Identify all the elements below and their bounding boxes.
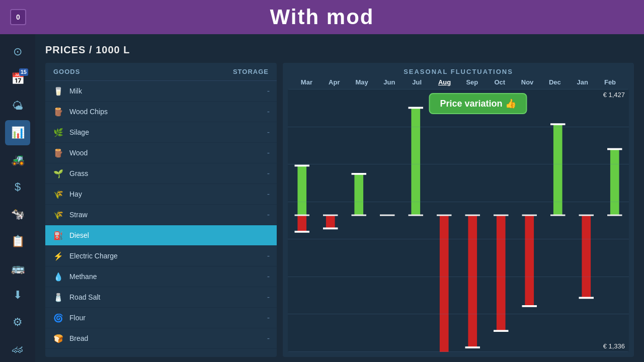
goods-name: Straw bbox=[69, 211, 267, 219]
goods-name: Wood Chips bbox=[69, 108, 267, 116]
goods-icon: 🌾 bbox=[52, 188, 64, 200]
chart-month-label: Jul bbox=[403, 78, 431, 86]
goods-icon: ⛽ bbox=[52, 229, 64, 241]
vehicle2-icon[interactable]: 🏎 bbox=[5, 337, 30, 362]
bar-red bbox=[326, 215, 335, 228]
tractor-icon[interactable]: 🚜 bbox=[5, 147, 30, 172]
main-area: ⊙📅15🌤📊🚜$🐄📋🚌⬇⚙🏎 PRICES / 1000 L GOODS STO… bbox=[0, 34, 644, 362]
goods-storage: - bbox=[267, 107, 270, 116]
chart-month-label: Oct bbox=[486, 78, 514, 86]
goods-item[interactable]: 💧 Methane - bbox=[45, 266, 277, 287]
goods-name: Electric Charge bbox=[69, 252, 267, 260]
goods-storage: - bbox=[267, 272, 270, 281]
header: 0 With mod bbox=[0, 0, 644, 34]
goods-item[interactable]: 🌿 Silage - bbox=[45, 122, 277, 143]
goods-item[interactable]: 🍞 Bread - bbox=[45, 328, 277, 349]
chart-month-label: May bbox=[348, 78, 376, 86]
key-badge-0: 0 bbox=[10, 9, 26, 25]
goods-storage: - bbox=[267, 148, 270, 157]
goods-item[interactable]: 🧂 Road Salt - bbox=[45, 287, 277, 308]
goods-icon: 🌱 bbox=[52, 167, 64, 179]
goods-icon: 🌀 bbox=[52, 312, 64, 324]
chart-month-label: Aug bbox=[431, 78, 458, 86]
goods-name: Bread bbox=[69, 334, 267, 342]
bar-red bbox=[440, 215, 449, 352]
col-storage-header: STORAGE bbox=[228, 68, 269, 75]
goods-storage: - bbox=[267, 293, 270, 302]
chart-area: Price variation 👍 € 1,427 € 1,336 bbox=[288, 89, 629, 352]
goods-item[interactable]: 🪵 Wood - bbox=[45, 143, 277, 163]
download-icon[interactable]: ⬇ bbox=[5, 283, 30, 308]
goods-header: GOODS STORAGE bbox=[45, 63, 277, 81]
bar-red bbox=[497, 215, 506, 331]
content-area: PRICES / 1000 L GOODS STORAGE 🥛 Milk - 🪵… bbox=[35, 34, 644, 362]
header-title: With mod bbox=[270, 5, 374, 29]
bar-green bbox=[610, 149, 619, 215]
goods-item[interactable]: 🥛 Milk - bbox=[45, 81, 277, 102]
goods-name: Road Salt bbox=[69, 293, 267, 301]
goods-name: Methane bbox=[69, 273, 267, 281]
goods-icon: 🌿 bbox=[52, 126, 64, 138]
goods-item[interactable]: ⛽ Diesel bbox=[45, 225, 277, 246]
goods-panel: GOODS STORAGE 🥛 Milk - 🪵 Wood Chips - 🌿 … bbox=[45, 63, 277, 357]
goods-item[interactable]: 🌾 Hay - bbox=[45, 184, 277, 205]
goods-item[interactable]: 🌀 Flour - bbox=[45, 308, 277, 328]
goods-name: Diesel bbox=[69, 231, 270, 239]
goods-icon: 🥛 bbox=[52, 85, 64, 97]
chart-month-label: Nov bbox=[514, 78, 541, 86]
goods-storage: - bbox=[267, 169, 270, 178]
cow-icon[interactable]: 🐄 bbox=[5, 202, 30, 227]
bar-chart-svg bbox=[288, 89, 629, 352]
goods-item[interactable]: 🌱 Grass - bbox=[45, 163, 277, 184]
goods-icon: 💧 bbox=[52, 270, 64, 283]
bar-red bbox=[297, 215, 306, 232]
goods-name: Hay bbox=[69, 190, 267, 198]
goods-storage: - bbox=[267, 313, 270, 322]
goods-name: Milk bbox=[69, 87, 267, 95]
goods-icon: 🍞 bbox=[52, 332, 64, 344]
goods-item[interactable]: 🌾 Straw - bbox=[45, 205, 277, 225]
chart-month-label: Jan bbox=[569, 78, 596, 86]
goods-icon: 🧂 bbox=[52, 291, 64, 303]
price-label-bottom: € 1,336 bbox=[603, 342, 625, 350]
chart-month-label: Jun bbox=[375, 78, 403, 86]
chart-icon[interactable]: 📊 bbox=[5, 120, 30, 145]
bar-green bbox=[553, 124, 562, 215]
col-goods-header: GOODS bbox=[53, 68, 228, 75]
settings-icon[interactable]: ⚙ bbox=[5, 310, 30, 335]
weather-icon[interactable]: 🌤 bbox=[5, 94, 30, 119]
goods-item[interactable]: 🪵 Wood Chips - bbox=[45, 102, 277, 122]
bar-green bbox=[411, 108, 420, 215]
chart-month-label: Feb bbox=[596, 78, 624, 86]
map-icon[interactable]: 📋 bbox=[5, 229, 30, 254]
chart-month-label: Apr bbox=[320, 78, 348, 86]
steering-wheel-icon[interactable]: ⊙ bbox=[5, 39, 30, 64]
price-variation-badge: Price variation 👍 bbox=[429, 93, 527, 114]
chart-months: MarAprMayJunJulAugSepOctNovDecJanFeb bbox=[288, 78, 629, 86]
goods-storage: - bbox=[267, 86, 270, 96]
goods-icon: ⚡ bbox=[52, 250, 64, 262]
calendar-icon[interactable]: 📅15 bbox=[5, 66, 30, 92]
chart-panel: SEASONAL FLUCTUATIONS MarAprMayJunJulAug… bbox=[283, 63, 634, 357]
goods-icon: 🪵 bbox=[52, 106, 64, 118]
goods-icon: 🌾 bbox=[52, 209, 64, 221]
chart-section-title: SEASONAL FLUCTUATIONS bbox=[288, 68, 629, 75]
goods-storage: - bbox=[267, 210, 270, 219]
goods-storage: - bbox=[267, 128, 270, 137]
chart-month-label: Mar bbox=[293, 78, 320, 86]
goods-storage: - bbox=[267, 251, 270, 260]
goods-name: Grass bbox=[69, 169, 267, 177]
chart-month-label: Sep bbox=[458, 78, 486, 86]
bar-red bbox=[525, 215, 534, 306]
goods-item[interactable]: ⚡ Electric Charge - bbox=[45, 246, 277, 266]
page-title: PRICES / 1000 L bbox=[45, 44, 634, 56]
goods-list[interactable]: 🥛 Milk - 🪵 Wood Chips - 🌿 Silage - 🪵 Woo… bbox=[45, 81, 277, 357]
chart-month-label: Dec bbox=[541, 78, 569, 86]
goods-icon: 🪵 bbox=[52, 147, 64, 159]
panels: GOODS STORAGE 🥛 Milk - 🪵 Wood Chips - 🌿 … bbox=[45, 63, 634, 357]
price-label-top: € 1,427 bbox=[603, 91, 625, 99]
transport-icon[interactable]: 🚌 bbox=[5, 256, 30, 281]
dollar-icon[interactable]: $ bbox=[5, 174, 30, 200]
goods-name: Silage bbox=[69, 128, 267, 136]
bar-red bbox=[468, 215, 477, 347]
